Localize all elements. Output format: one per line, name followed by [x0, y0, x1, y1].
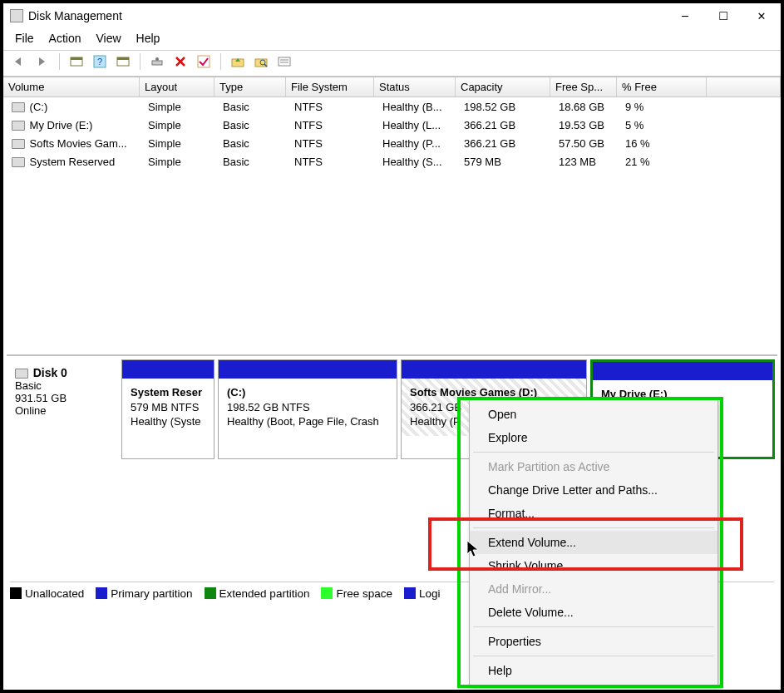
- volume-table: Volume Layout Type File System Status Ca…: [3, 77, 781, 171]
- app-icon: [10, 9, 23, 22]
- forward-icon[interactable]: [33, 52, 52, 71]
- col-free[interactable]: Free Sp...: [550, 77, 617, 97]
- part-title: (C:): [227, 386, 245, 398]
- menu-action[interactable]: Action: [49, 32, 81, 45]
- svg-text:?: ?: [97, 57, 102, 67]
- menu-view[interactable]: View: [96, 32, 121, 45]
- drive-icon: [12, 157, 25, 167]
- details-icon[interactable]: [114, 52, 132, 71]
- legend-free: Free space: [336, 587, 392, 600]
- ctx-mark-active: Mark Partition as Active: [470, 455, 717, 478]
- maximize-button[interactable]: ☐: [704, 4, 742, 27]
- svg-rect-6: [152, 61, 162, 65]
- drive-icon: [12, 139, 25, 149]
- part-title: System Reser: [131, 386, 202, 398]
- svg-rect-1: [71, 57, 82, 60]
- ctx-add-mirror: Add Mirror...: [470, 577, 717, 601]
- part-size: 579 MB NTFS: [131, 401, 199, 413]
- ctx-extend-volume[interactable]: Extend Volume...: [470, 531, 717, 554]
- menu-help[interactable]: Help: [136, 32, 160, 45]
- ctx-help[interactable]: Help: [470, 659, 717, 682]
- window: Disk Management ─ ☐ ✕ File Action View H…: [3, 3, 781, 690]
- svg-rect-5: [117, 57, 129, 60]
- table-header: Volume Layout Type File System Status Ca…: [3, 77, 781, 97]
- drive-icon: [12, 121, 25, 131]
- col-pctfree[interactable]: % Free: [617, 77, 707, 97]
- col-volume[interactable]: Volume: [3, 77, 140, 97]
- legend-logical: Logi: [419, 587, 441, 600]
- window-title: Disk Management: [28, 9, 122, 22]
- part-status: Healthy (P: [410, 415, 461, 428]
- partition-system-reserved[interactable]: System Reser 579 MB NTFS Healthy (Syste: [121, 359, 214, 459]
- legend-unallocated: Unallocated: [25, 587, 84, 600]
- part-title: Softs Movies Games (D:): [410, 386, 537, 398]
- ctx-properties[interactable]: Properties: [470, 630, 717, 653]
- settings-icon[interactable]: [148, 52, 166, 71]
- table-row[interactable]: System ReservedSimpleBasicNTFSHealthy (S…: [3, 152, 781, 171]
- col-capacity[interactable]: Capacity: [456, 77, 550, 97]
- search-folder-icon[interactable]: [252, 52, 270, 71]
- part-size: 366.21 GB: [410, 401, 461, 413]
- table-row[interactable]: My Drive (E:)SimpleBasicNTFSHealthy (L..…: [3, 116, 781, 134]
- toolbar: ?: [3, 51, 781, 76]
- col-filesystem[interactable]: File System: [286, 77, 374, 97]
- ctx-change-letter[interactable]: Change Drive Letter and Paths...: [470, 478, 717, 502]
- part-size: 198.52 GB NTFS: [227, 401, 310, 413]
- ctx-delete-volume[interactable]: Delete Volume...: [470, 601, 717, 624]
- disk-size: 931.51 GB: [15, 392, 67, 404]
- context-menu: Open Explore Mark Partition as Active Ch…: [469, 398, 718, 686]
- folder-up-icon[interactable]: [229, 52, 247, 71]
- delete-icon[interactable]: [171, 52, 190, 71]
- close-button[interactable]: ✕: [742, 4, 781, 27]
- col-status[interactable]: Status: [374, 77, 456, 97]
- ctx-shrink-volume[interactable]: Shrink Volume...: [470, 554, 717, 577]
- disk-type: Basic: [15, 379, 42, 392]
- part-status: Healthy (Boot, Page File, Crash: [227, 415, 379, 428]
- list-icon[interactable]: [275, 52, 293, 71]
- part-status: Healthy (Syste: [131, 415, 201, 428]
- back-icon[interactable]: [10, 52, 28, 71]
- svg-point-7: [155, 57, 159, 61]
- table-row[interactable]: Softs Movies Gam...SimpleBasicNTFSHealth…: [3, 134, 781, 152]
- details2-icon[interactable]: [67, 52, 86, 71]
- partition-c[interactable]: (C:) 198.52 GB NTFS Healthy (Boot, Page …: [218, 359, 397, 459]
- disk-state: Online: [15, 404, 47, 417]
- drive-icon: [12, 102, 25, 112]
- menu-file[interactable]: File: [15, 32, 34, 45]
- check-icon[interactable]: [195, 52, 213, 71]
- legend-primary: Primary partition: [111, 587, 192, 600]
- legend-extended: Extended partition: [219, 587, 310, 600]
- col-layout[interactable]: Layout: [140, 77, 214, 97]
- help-icon[interactable]: ?: [91, 52, 109, 71]
- ctx-open[interactable]: Open: [470, 403, 717, 426]
- titlebar: Disk Management ─ ☐ ✕: [3, 3, 781, 28]
- col-type[interactable]: Type: [214, 77, 286, 97]
- ctx-explore[interactable]: Explore: [470, 426, 717, 449]
- table-row[interactable]: (C:)SimpleBasicNTFSHealthy (B...198.52 G…: [3, 97, 781, 116]
- svg-rect-15: [279, 57, 290, 66]
- menubar: File Action View Help: [3, 28, 781, 50]
- ctx-format[interactable]: Format...: [470, 502, 717, 525]
- minimize-button[interactable]: ─: [666, 4, 704, 27]
- disk-info[interactable]: Disk 0 Basic 931.51 GB Online: [7, 359, 121, 459]
- disk-name: Disk 0: [33, 366, 67, 379]
- disk-icon: [15, 369, 28, 379]
